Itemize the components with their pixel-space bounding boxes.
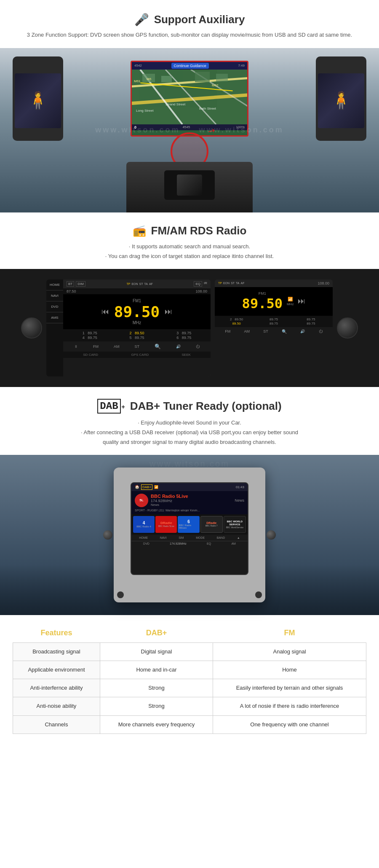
svg-text:M61: M61: [134, 79, 141, 83]
feature-broadcasting: Broadcasting signal: [13, 642, 100, 661]
dab-logo-text: DAB: [97, 399, 120, 414]
dab-program: News: [235, 498, 244, 503]
eq-ctrl[interactable]: EQ: [207, 542, 211, 545]
dab-desc-line3: quality and stronger signal to many digi…: [25, 437, 354, 447]
radio-top-bar: BT DIM TP EON ST TA AF EQ IR: [63, 279, 211, 288]
right-preset-2b[interactable]: 89.75: [255, 317, 292, 321]
sd-card-label: SD CARD: [83, 353, 98, 357]
power-bottom-icon[interactable]: ⏻: [196, 344, 200, 349]
side-btn-navi[interactable]: NAVI: [46, 290, 63, 301]
mhz-label: MHz: [114, 320, 160, 325]
radio7-label: DRadle: [206, 521, 216, 524]
gps-route-num: 4542: [134, 64, 142, 67]
pause-btn[interactable]: ⏸: [74, 344, 78, 349]
st-bottom-label[interactable]: ST: [134, 344, 139, 349]
dab-logo-wrapper: DAB +: [97, 399, 125, 414]
power-right-icon[interactable]: ⏻: [319, 329, 323, 333]
5live-label: DRadle: [160, 521, 172, 525]
channel-6music[interactable]: 6 BBC Radio 6Music: [178, 516, 199, 533]
right-preset-5b[interactable]: 89.75: [255, 322, 292, 325]
5live-sublabel: BBC Radio 5Live: [158, 525, 174, 527]
radio7-sublabel: BBC Radio 7: [206, 524, 218, 527]
bbc4-num: 4: [143, 521, 145, 525]
st-right-bottom[interactable]: ST: [263, 329, 268, 333]
channel-5live[interactable]: DRadle BBC Radio 5Live: [155, 516, 177, 533]
st-indicator: ST: [139, 282, 143, 285]
forward-btn[interactable]: ⏭: [165, 307, 172, 316]
fm-right-bottom[interactable]: FM: [225, 329, 230, 333]
radio-desc: · It supports automatic search and manua…: [25, 242, 354, 261]
channel-bbc4[interactable]: 4 BBC Radio 4: [133, 516, 155, 533]
dab-anti-noise: Strong: [100, 697, 213, 715]
band-ctrl[interactable]: BAND: [217, 536, 225, 539]
side-btn-dvd[interactable]: DVD: [46, 301, 63, 312]
preset-5[interactable]: 5 89.75: [114, 336, 160, 340]
vol-right-icon[interactable]: 🔊: [300, 329, 305, 333]
auxiliary-section: 🎤 Support Auxiliary 3 Zone Function Supp…: [0, 0, 379, 48]
radio-indicators: TP EON ST TA AF: [126, 282, 152, 285]
dab-knob-right[interactable]: [267, 530, 276, 540]
am-ctrl[interactable]: AM: [231, 542, 236, 545]
bt-btn[interactable]: BT: [67, 281, 74, 287]
navi-ctrl[interactable]: NAVI: [160, 536, 167, 539]
features-header-row: Features DAB+ FM: [13, 623, 366, 643]
mic-icon: 🎤: [134, 13, 149, 27]
dab-sport-text: SPORT - RUGBY (J1): Warrington winger Ke…: [135, 509, 244, 512]
channel-world[interactable]: BBC WORLD SERVICE BBC WorldService: [224, 516, 246, 533]
af-right: AF: [241, 282, 245, 285]
fm-bottom-label[interactable]: FM: [93, 344, 99, 349]
unit-btn-left[interactable]: [117, 591, 124, 598]
volume-bottom-icon[interactable]: 🔊: [176, 344, 181, 349]
ir-label: IR: [204, 281, 207, 287]
radio-section-header: 📻 FM/AM RDS Radio · It supports automati…: [0, 212, 379, 269]
rewind-btn[interactable]: ⏮: [101, 307, 109, 316]
am-bottom-label[interactable]: AM: [114, 344, 120, 349]
unit-btn-right[interactable]: [255, 591, 262, 598]
right-preset-3b[interactable]: 89.75: [293, 317, 329, 321]
forward-right[interactable]: ⏭: [298, 297, 305, 306]
dab-section-header: DAB + DAB+ Tuner Ready (optional) · Enjo…: [0, 387, 379, 455]
gps-code: 4545: [182, 125, 190, 129]
car-gps-image-section: www.witson.com www.witson.com 🧍 🧍 4542 C…: [0, 48, 379, 212]
radio-top-right-btns: EQ IR: [194, 281, 207, 287]
freq-center: FM1 89.50 MHz: [114, 298, 160, 325]
search-right-icon[interactable]: 🔍: [282, 329, 287, 334]
right-preset-2[interactable]: 2 89.50: [218, 317, 255, 321]
bbc4-label: BBC Radio 4: [136, 525, 151, 528]
tp-right: TP: [218, 282, 222, 285]
mode-ctrl[interactable]: MODE: [196, 536, 205, 539]
ta-indicator: TA: [144, 282, 148, 285]
am-right-bottom[interactable]: AM: [244, 329, 250, 333]
knob-right[interactable]: [337, 317, 358, 339]
right-preset-6b[interactable]: 89.75: [293, 322, 329, 325]
dvd-ctrl[interactable]: DVD: [143, 542, 149, 545]
seek-label: SEEK: [182, 353, 191, 357]
dim-btn[interactable]: DIM: [76, 281, 85, 287]
dab-knob-left[interactable]: [103, 530, 112, 540]
channel-radio7[interactable]: DRadle BBC Radio 7: [200, 516, 223, 533]
up-ctrl[interactable]: ▲: [237, 536, 240, 539]
svg-rect-7: [161, 76, 172, 82]
dab-desc: · Enjoy Audiophile-level Sound in your C…: [25, 418, 354, 447]
radio-device-section: HOME NAVI DVD AMS BT DIM TP EON ST: [0, 269, 379, 387]
search-bottom-icon[interactable]: 🔍: [155, 344, 161, 349]
preset-1[interactable]: 1 89.75: [67, 331, 113, 335]
gps-zero: 0: [134, 125, 136, 129]
radio-right-indicators: TP EON ST TA AF: [218, 282, 244, 285]
side-btn-home[interactable]: HOME: [46, 279, 63, 290]
preset-4[interactable]: 4 89.75: [67, 336, 113, 340]
features-tbody: Broadcasting signal Digital signal Analo…: [13, 642, 366, 734]
gps-header: 4542 Continue Guidance 7:49: [132, 62, 247, 70]
right-preset-active[interactable]: 89.50: [218, 322, 255, 325]
feature-anti-interference: Anti-interfernce ability: [13, 679, 100, 697]
table-row: Applicable environment Home and in-car H…: [13, 661, 366, 679]
sim-ctrl[interactable]: SIM: [179, 536, 184, 539]
freq-high: 108.00: [195, 289, 207, 293]
preset-3[interactable]: 3 89.75: [160, 331, 207, 335]
knob-left[interactable]: [21, 317, 42, 339]
preset-2[interactable]: 2 89.50: [114, 331, 160, 335]
preset-6[interactable]: 6 89.75: [160, 336, 207, 340]
eq-btn[interactable]: EQ: [194, 281, 202, 287]
home-ctrl[interactable]: HOME: [139, 536, 148, 539]
side-btn-ams[interactable]: AMS: [46, 312, 63, 323]
